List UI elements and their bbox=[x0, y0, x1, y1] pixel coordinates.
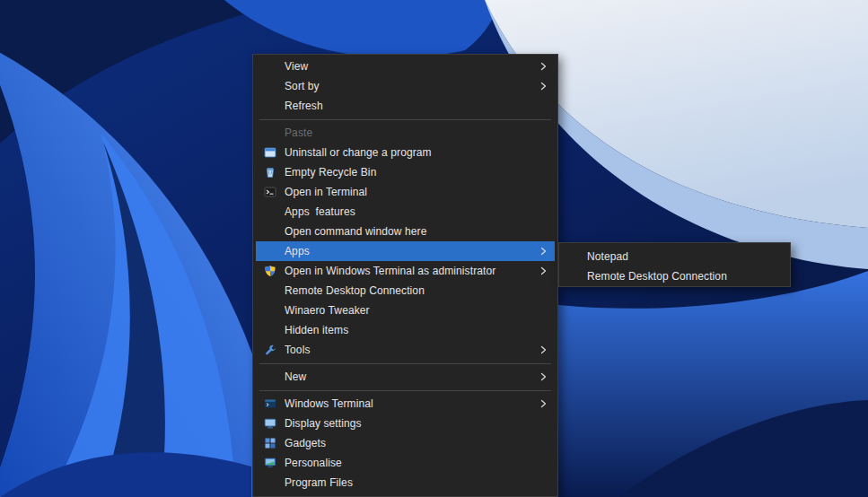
uninstall-icon bbox=[264, 146, 285, 159]
apps-submenu: NotepadRemote Desktop Connection bbox=[558, 242, 791, 287]
menu-item-new[interactable]: New bbox=[256, 367, 555, 387]
display-settings-icon bbox=[264, 417, 285, 430]
menu-item-apps-features[interactable]: Apps features bbox=[256, 202, 555, 222]
menu-item-label: Empty Recycle Bin bbox=[285, 166, 547, 179]
menu-item-label: Refresh bbox=[285, 100, 547, 112]
tools-icon bbox=[264, 344, 285, 356]
admin-shield-icon bbox=[264, 265, 285, 277]
menu-item-remote-desktop-connection[interactable]: Remote Desktop Connection bbox=[256, 281, 555, 301]
menu-item-label: Remote Desktop Connection bbox=[587, 270, 779, 283]
menu-item-open-in-terminal[interactable]: Open in Terminal bbox=[256, 182, 555, 202]
desktop: ViewSort byRefreshPasteUninstall or chan… bbox=[0, 0, 868, 497]
menu-item-apps[interactable]: Apps bbox=[256, 241, 555, 261]
menu-item-display-settings[interactable]: Display settings bbox=[256, 414, 555, 433]
chevron-right-icon bbox=[540, 82, 547, 91]
menu-item-label: Open in Terminal bbox=[285, 186, 547, 198]
menu-item-refresh[interactable]: Refresh bbox=[256, 96, 555, 116]
menu-item-label: Open command window here bbox=[285, 225, 547, 238]
menu-item-label: View bbox=[285, 60, 533, 73]
chevron-right-icon bbox=[540, 399, 547, 408]
recycle-bin-icon bbox=[264, 166, 285, 179]
chevron-right-icon bbox=[540, 266, 547, 275]
menu-item-label: Windows Terminal bbox=[285, 397, 533, 410]
menu-item-label: Notepad bbox=[587, 250, 779, 263]
menu-item-label: Winaero Tweaker bbox=[285, 304, 547, 317]
menu-item-label: Program Files bbox=[285, 476, 547, 489]
menu-item-label: Tools bbox=[285, 344, 533, 356]
menu-item-view[interactable]: View bbox=[256, 57, 555, 76]
menu-item-winaero-tweaker[interactable]: Winaero Tweaker bbox=[256, 301, 555, 320]
menu-item-tools[interactable]: Tools bbox=[256, 340, 555, 360]
windows-terminal-icon bbox=[264, 397, 285, 410]
menu-item-empty-recycle-bin[interactable]: Empty Recycle Bin bbox=[256, 162, 555, 182]
menu-separator bbox=[256, 116, 555, 123]
chevron-right-icon bbox=[540, 372, 547, 381]
menu-item-uninstall-or-change-a-program[interactable]: Uninstall or change a program bbox=[256, 143, 555, 162]
menu-item-label: Remote Desktop Connection bbox=[285, 284, 547, 297]
menu-item-label: Hidden items bbox=[285, 324, 547, 336]
menu-item-label: Apps bbox=[285, 245, 533, 257]
menu-separator bbox=[256, 387, 555, 394]
menu-item-sort-by[interactable]: Sort by bbox=[256, 76, 555, 96]
menu-separator bbox=[256, 360, 555, 367]
chevron-right-icon bbox=[540, 247, 547, 256]
menu-item-label: Personalise bbox=[285, 457, 547, 469]
menu-item-label: New bbox=[285, 371, 533, 383]
menu-item-label: Uninstall or change a program bbox=[285, 146, 547, 159]
submenu-item-remote-desktop-connection[interactable]: Remote Desktop Connection bbox=[562, 266, 787, 286]
submenu-item-notepad[interactable]: Notepad bbox=[562, 247, 787, 266]
menu-item-open-in-windows-terminal-as-administrator[interactable]: Open in Windows Terminal as administrato… bbox=[256, 261, 555, 281]
chevron-right-icon bbox=[540, 62, 547, 71]
menu-item-label: Display settings bbox=[285, 417, 547, 430]
terminal-icon bbox=[264, 186, 285, 198]
menu-item-paste: Paste bbox=[256, 123, 555, 143]
menu-item-open-command-window-here[interactable]: Open command window here bbox=[256, 222, 555, 241]
menu-item-label: Sort by bbox=[285, 80, 533, 92]
menu-item-hidden-items[interactable]: Hidden items bbox=[256, 320, 555, 340]
menu-item-personalise[interactable]: Personalise bbox=[256, 453, 555, 473]
menu-item-label: Gadgets bbox=[285, 437, 547, 449]
menu-item-program-files[interactable]: Program Files bbox=[256, 473, 555, 493]
context-menu: ViewSort byRefreshPasteUninstall or chan… bbox=[252, 54, 558, 497]
menu-item-label: Open in Windows Terminal as administrato… bbox=[285, 265, 533, 277]
personalise-icon bbox=[264, 457, 285, 469]
menu-item-gadgets[interactable]: Gadgets bbox=[256, 433, 555, 453]
gadgets-icon bbox=[264, 437, 285, 449]
chevron-right-icon bbox=[540, 345, 547, 354]
menu-item-label: Paste bbox=[285, 126, 547, 139]
menu-item-windows-terminal[interactable]: Windows Terminal bbox=[256, 394, 555, 414]
menu-item-label: Apps features bbox=[285, 205, 547, 218]
